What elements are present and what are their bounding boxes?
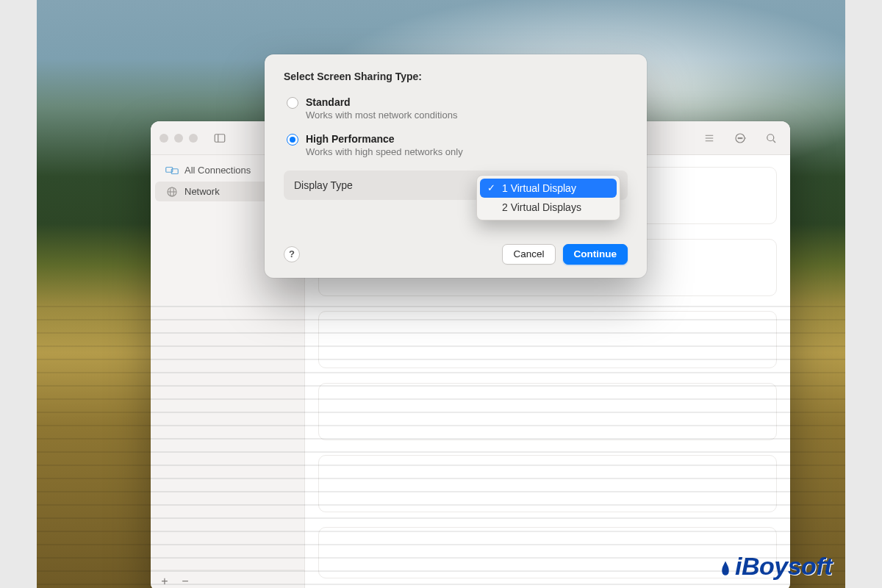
menu-item-label: 1 Virtual Display xyxy=(502,182,576,194)
letterbox-left xyxy=(0,0,37,588)
search-icon[interactable] xyxy=(761,129,781,147)
globe-icon xyxy=(165,187,179,197)
zoom-dot-icon[interactable] xyxy=(189,134,198,143)
svg-point-8 xyxy=(742,137,742,138)
svg-point-6 xyxy=(738,137,739,138)
option-sublabel: Works with most network conditions xyxy=(306,110,457,121)
menu-item-label: 2 Virtual Displays xyxy=(502,201,581,213)
remove-button[interactable]: − xyxy=(176,573,195,589)
screen-sharing-type-dialog: Select Screen Sharing Type: Standard Wor… xyxy=(265,54,647,278)
option-high-performance[interactable]: High Performance Works with high speed n… xyxy=(284,129,628,166)
checkmark-icon: ✓ xyxy=(486,182,496,193)
radio-icon[interactable] xyxy=(287,134,298,146)
sidebar-footer: + − xyxy=(151,570,304,588)
more-options-icon[interactable] xyxy=(730,129,750,147)
display-type-label: Display Type xyxy=(294,179,353,191)
dialog-title: Select Screen Sharing Type: xyxy=(284,71,628,82)
help-button[interactable]: ? xyxy=(284,246,300,262)
list-item[interactable] xyxy=(318,383,777,440)
continue-label: Continue xyxy=(574,248,617,259)
cancel-button[interactable]: Cancel xyxy=(502,244,555,265)
radio-icon[interactable] xyxy=(287,97,298,109)
cancel-label: Cancel xyxy=(513,248,544,259)
menu-item-2-virtual-displays[interactable]: 2 Virtual Displays xyxy=(480,198,617,217)
continue-button[interactable]: Continue xyxy=(563,244,628,265)
sidebar-toggle-icon[interactable] xyxy=(209,129,230,147)
display-type-row[interactable]: Display Type ✓ 1 Virtual Display 2 Virtu… xyxy=(284,171,628,200)
display-type-menu: ✓ 1 Virtual Display 2 Virtual Displays xyxy=(476,175,620,220)
list-view-icon[interactable] xyxy=(699,129,720,147)
svg-rect-0 xyxy=(215,134,225,142)
sidebar-item-label: Network xyxy=(184,186,220,197)
list-item[interactable] xyxy=(318,311,777,368)
menu-item-1-virtual-display[interactable]: ✓ 1 Virtual Display xyxy=(480,179,617,198)
option-standard[interactable]: Standard Works with most network conditi… xyxy=(284,93,628,129)
window-traffic-lights[interactable] xyxy=(159,134,198,143)
list-item[interactable] xyxy=(318,455,777,512)
option-sublabel: Works with high speed networks only xyxy=(306,146,463,157)
svg-point-9 xyxy=(767,134,774,140)
dialog-footer: ? Cancel Continue xyxy=(284,244,628,265)
help-label: ? xyxy=(289,248,295,259)
displays-icon xyxy=(165,165,179,176)
desktop-wallpaper: All Connections Network + − xyxy=(37,0,845,588)
svg-line-10 xyxy=(773,140,775,143)
option-label: High Performance xyxy=(306,132,463,146)
list-item[interactable] xyxy=(318,527,777,578)
option-label: Standard xyxy=(306,96,457,110)
add-button[interactable]: + xyxy=(155,573,174,589)
close-dot-icon[interactable] xyxy=(159,134,168,143)
toolbar-right-group xyxy=(699,129,781,147)
svg-point-7 xyxy=(739,137,740,138)
letterbox-right xyxy=(845,0,882,588)
sidebar-item-label: All Connections xyxy=(184,165,251,176)
minimize-dot-icon[interactable] xyxy=(174,134,183,143)
